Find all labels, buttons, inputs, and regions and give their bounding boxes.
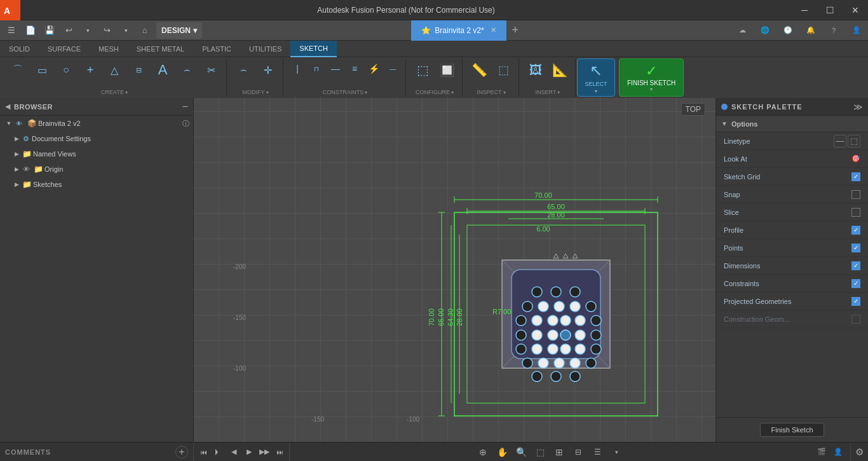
tool-configure-2[interactable]: 🔲: [435, 60, 458, 80]
tool-inspect-1[interactable]: 📏: [468, 60, 491, 80]
modify-section-label[interactable]: MODIFY ▾: [243, 89, 269, 95]
tab-surface[interactable]: SURFACE: [39, 41, 90, 57]
named-views-arrow[interactable]: ▶: [13, 150, 20, 158]
viewport-ctrl-zoom[interactable]: 🔍: [513, 444, 529, 460]
tool-constraint-3[interactable]: —: [327, 60, 344, 78]
notification-icon[interactable]: 🔔: [802, 22, 820, 39]
browser-collapse-button[interactable]: −: [182, 101, 188, 113]
timeline-prev-button[interactable]: ◀: [227, 445, 241, 459]
user-icon[interactable]: 👤: [848, 22, 865, 39]
dimensions-checkbox[interactable]: [851, 261, 860, 270]
root-label[interactable]: Brainvita 2 v2: [38, 120, 81, 127]
menu-button[interactable]: ☰: [3, 22, 20, 39]
tool-rectangle[interactable]: ▭: [31, 60, 53, 80]
tool-circle[interactable]: ○: [55, 60, 78, 80]
tool-spline[interactable]: ⌢: [175, 60, 198, 80]
undo-button[interactable]: ↩: [60, 22, 78, 39]
maximize-button[interactable]: ☐: [817, 0, 843, 20]
tab-solid[interactable]: SOLID: [0, 41, 39, 57]
add-tab-button[interactable]: +: [506, 22, 524, 39]
tool-inspect-2[interactable]: ⬚: [492, 60, 515, 80]
browser-collapse-arrow[interactable]: ◀: [5, 102, 10, 111]
viewport-ctrl-display[interactable]: ⊞: [552, 444, 567, 460]
root-visibility-icon[interactable]: 👁: [14, 118, 24, 128]
file-tab-close[interactable]: ✕: [491, 26, 496, 34]
viewport-ctrl-more[interactable]: ☰: [590, 444, 605, 460]
tool-trim[interactable]: ✂: [200, 60, 222, 80]
linetype-icon-2[interactable]: ⬚: [848, 135, 860, 148]
timeline-play-button[interactable]: ▶: [242, 445, 256, 459]
tool-insert-1[interactable]: 🖼: [524, 60, 547, 80]
viewport[interactable]: TOP -200 -150 -100 -150 -100: [194, 98, 715, 442]
ribbon-section-select[interactable]: ↖ SELECT ▾: [577, 58, 615, 97]
tab-mesh[interactable]: MESH: [90, 41, 128, 57]
tool-text[interactable]: A: [151, 60, 174, 80]
viewport-ctrl-arrow[interactable]: ▾: [609, 444, 624, 460]
projected-geometries-checkbox[interactable]: [851, 297, 860, 306]
origin-eye-icon[interactable]: 👁: [22, 165, 31, 174]
tool-offset[interactable]: ⌢: [232, 60, 255, 80]
tool-constraint-5[interactable]: ⚡: [365, 60, 383, 78]
profile-checkbox[interactable]: [851, 226, 860, 235]
origin-label[interactable]: Origin: [44, 165, 63, 173]
palette-options-header[interactable]: ▼ Options: [716, 116, 868, 132]
tab-utilities[interactable]: UTILITIES: [240, 41, 290, 57]
timeline-last-button[interactable]: ⏭: [273, 445, 287, 459]
named-views-label[interactable]: Named Views: [33, 150, 76, 158]
doc-settings-arrow[interactable]: ▶: [13, 135, 20, 142]
tab-sketch[interactable]: SKETCH: [290, 41, 337, 57]
timeline-camera-icon[interactable]: 🎬: [815, 445, 829, 459]
construction-geom-checkbox[interactable]: [851, 315, 860, 324]
tool-constraint-4[interactable]: ≡: [346, 60, 363, 78]
active-file-tab[interactable]: ⭐ Brainvita 2 v2* ✕: [411, 20, 506, 41]
points-checkbox[interactable]: [851, 244, 860, 252]
create-section-label[interactable]: CREATE ▾: [101, 89, 128, 95]
root-expand-arrow[interactable]: ▼: [5, 120, 13, 127]
redo-button[interactable]: ↪: [98, 22, 116, 39]
insert-section-label[interactable]: INSERT ▾: [536, 89, 560, 95]
finish-sketch-palette-button[interactable]: Finish Sketch: [760, 423, 824, 437]
root-info-button[interactable]: ⓘ: [180, 118, 191, 128]
network-icon[interactable]: 🌐: [756, 22, 774, 39]
viewport-ctrl-pan[interactable]: ✋: [494, 444, 510, 460]
tool-polygon[interactable]: △: [103, 60, 126, 80]
home-button[interactable]: ⌂: [136, 22, 154, 39]
close-button[interactable]: ✕: [843, 0, 868, 20]
save-button[interactable]: 💾: [41, 22, 58, 39]
origin-arrow[interactable]: ▶: [13, 165, 20, 173]
constraints-section-label[interactable]: CONSTRAINTS ▾: [323, 89, 368, 95]
tab-sheet-metal[interactable]: SHEET METAL: [128, 41, 193, 57]
sketches-arrow[interactable]: ▶: [13, 181, 20, 188]
inspect-section-label[interactable]: INSPECT ▾: [477, 89, 505, 95]
timeline-person-icon[interactable]: 👤: [831, 445, 845, 459]
configure-section-label[interactable]: CONFIGURE ▾: [416, 89, 454, 95]
sketches-label[interactable]: Sketches: [33, 181, 62, 188]
doc-settings-label[interactable]: Document Settings: [32, 135, 91, 142]
timeline-first-button[interactable]: ⏮: [196, 445, 210, 459]
tool-line[interactable]: ⌒: [6, 60, 29, 81]
tool-slot[interactable]: ⊟: [127, 60, 150, 80]
tool-constraint-1[interactable]: |: [288, 60, 306, 78]
tool-insert-2[interactable]: 📐: [548, 60, 571, 80]
cloud-icon[interactable]: ☁: [733, 22, 751, 39]
tool-point[interactable]: +: [79, 60, 102, 80]
viewport-ctrl-fit[interactable]: ⬚: [532, 444, 548, 460]
redo-arrow[interactable]: ▾: [117, 22, 135, 39]
settings-gear-button[interactable]: ⚙: [850, 443, 868, 462]
viewport-ctrl-grid[interactable]: ⊟: [571, 444, 586, 460]
minimize-button[interactable]: ─: [792, 0, 817, 20]
finish-sketch-button[interactable]: ✓ FINISH SKETCH ▾: [619, 58, 684, 97]
tool-constraint-2[interactable]: ⊓: [308, 60, 325, 78]
undo-arrow[interactable]: ▾: [79, 22, 97, 39]
design-workspace-button[interactable]: DESIGN ▾: [156, 22, 202, 39]
constraints-checkbox[interactable]: [851, 279, 860, 288]
tool-configure-1[interactable]: ⬚: [411, 60, 434, 80]
clock-icon[interactable]: 🕐: [779, 22, 797, 39]
linetype-icon-1[interactable]: —: [834, 135, 846, 148]
timeline-next-button[interactable]: ▶▶: [257, 445, 271, 459]
look-at-icon[interactable]: 🎯: [851, 155, 860, 163]
tool-move[interactable]: ✛: [256, 60, 279, 80]
tool-constraint-6[interactable]: —: [384, 60, 402, 78]
slice-checkbox[interactable]: [851, 208, 860, 217]
snap-checkbox[interactable]: [851, 190, 860, 199]
